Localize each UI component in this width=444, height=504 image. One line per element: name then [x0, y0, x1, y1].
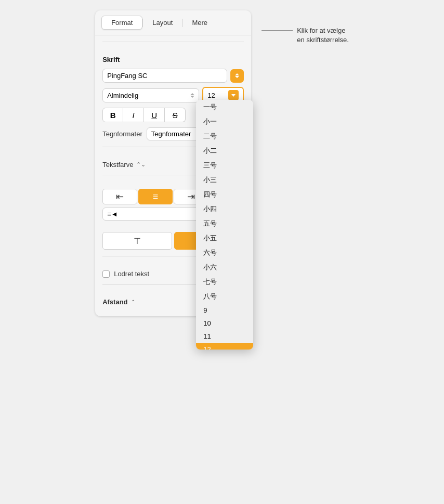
char-format-label: Tegnformater	[102, 130, 142, 138]
valign-top-button[interactable]: ⊤	[102, 232, 172, 250]
font-section-label: Skrift	[102, 56, 244, 63]
font-style-value: Almindelig	[107, 92, 138, 99]
callout-text: Klik for at vælgeen skriftstørrelse.	[297, 26, 349, 45]
dropdown-list: 一号 小一 二号 小二 三号 小三 四号 小四 五号 小五 六号 小六 七号 八…	[196, 100, 253, 350]
dropdown-item-bahao[interactable]: 八号	[196, 289, 253, 304]
font-size-dropdown: 一号 小一 二号 小二 三号 小三 四号 小四 五号 小五 六号 小六 七号 八…	[196, 100, 253, 350]
updown-icon	[235, 73, 239, 78]
dropdown-item-xiaoer[interactable]: 小二	[196, 144, 253, 158]
tab-bar: Format Layout Mere	[95, 10, 251, 35]
dropdown-item-xiaoyi[interactable]: 小一	[196, 114, 253, 129]
divider-top	[102, 42, 244, 42]
dropdown-item-xiaoliu[interactable]: 小六	[196, 260, 253, 275]
indent-icon: ≡◄	[107, 210, 117, 218]
chevron-down-icon	[231, 94, 236, 97]
app-window: Format Layout Mere Skrift PingFang SC	[95, 10, 349, 316]
dropdown-item-yihao[interactable]: 一号	[196, 100, 253, 114]
align-center-button[interactable]: ≡	[138, 189, 173, 204]
tekstfarve-label: Tekstfarve	[102, 161, 133, 169]
dropdown-item-11[interactable]: 11	[196, 330, 253, 343]
tab-format[interactable]: Format	[101, 16, 142, 30]
dropdown-item-10[interactable]: 10	[196, 317, 253, 330]
char-format-value: Tegnformater	[151, 130, 191, 138]
italic-button[interactable]: I	[123, 108, 144, 122]
dropdown-item-sihao[interactable]: 四号	[196, 187, 253, 202]
dropdown-item-erhao[interactable]: 二号	[196, 129, 253, 144]
strikethrough-button[interactable]: S	[165, 108, 186, 122]
bold-button[interactable]: B	[102, 108, 123, 122]
font-style-select[interactable]: Almindelig	[102, 88, 199, 102]
size-chevron-icon[interactable]	[228, 90, 239, 100]
dropdown-item-qihao[interactable]: 七号	[196, 275, 253, 289]
font-name-select[interactable]: PingFang SC	[102, 69, 227, 83]
dropdown-item-wuhao[interactable]: 五号	[196, 216, 253, 231]
dropdown-item-xiaowu[interactable]: 小五	[196, 231, 253, 245]
tab-layout[interactable]: Layout	[143, 16, 182, 29]
dropdown-item-9[interactable]: 9	[196, 304, 253, 317]
dropdown-item-sanhao[interactable]: 三号	[196, 158, 253, 173]
underline-button[interactable]: U	[144, 108, 165, 122]
tab-mere[interactable]: Mere	[182, 16, 217, 29]
tekstfarve-chevron-icon[interactable]: ⌃⌄	[136, 161, 146, 168]
lodret-checkbox[interactable]	[102, 270, 110, 278]
font-size-value: 12	[207, 92, 215, 99]
style-updown-icon	[190, 93, 194, 98]
font-name-row: PingFang SC	[102, 69, 244, 83]
format-panel: Format Layout Mere Skrift PingFang SC	[95, 10, 251, 316]
callout-line	[262, 30, 293, 31]
afstand-label: Afstand	[102, 298, 127, 306]
align-left-button[interactable]: ⇤	[102, 189, 137, 204]
dropdown-item-liuhao[interactable]: 六号	[196, 245, 253, 260]
lodret-label: Lodret tekst	[114, 270, 149, 278]
dropdown-item-xiaosan[interactable]: 小三	[196, 173, 253, 187]
dropdown-item-12[interactable]: 12	[196, 343, 253, 350]
callout: Klik for at vælgeen skriftstørrelse.	[262, 26, 349, 45]
dropdown-item-xiaosi[interactable]: 小四	[196, 202, 253, 216]
font-name-spinner[interactable]	[230, 69, 244, 83]
afstand-chevron-icon[interactable]: ⌃	[131, 299, 135, 305]
font-name-value: PingFang SC	[107, 72, 147, 80]
